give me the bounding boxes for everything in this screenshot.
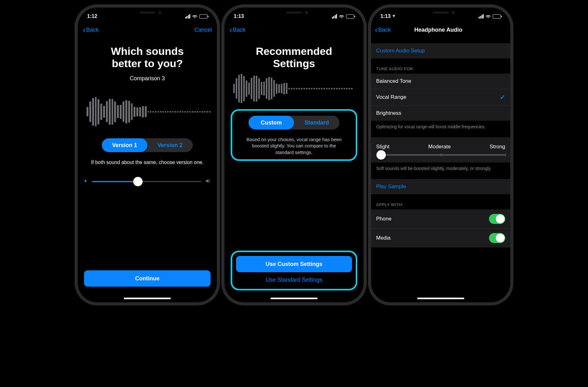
notch [408, 8, 474, 18]
standard-segment[interactable]: Standard [294, 116, 339, 130]
custom-standard-segmented-control[interactable]: Custom Standard [249, 116, 339, 130]
slider-thumb[interactable] [133, 177, 143, 186]
vocal-range-row[interactable]: Vocal Range ✓ [371, 89, 510, 106]
tune-footer: Optimizing for vocal range will boost mi… [371, 121, 510, 131]
volume-slider-row [84, 178, 211, 185]
version-segmented-control[interactable]: Version 1 Version 2 [102, 138, 193, 152]
custom-segment[interactable]: Custom [249, 116, 294, 130]
volume-low-icon [84, 179, 88, 184]
use-standard-settings-button[interactable]: Use Standard Settings [236, 272, 352, 285]
nav-bar: ‹ Back Cancel [78, 23, 217, 37]
status-time: 1:12 [87, 13, 97, 19]
balanced-tone-row[interactable]: Balanced Tone [371, 74, 510, 89]
wifi-icon [192, 14, 197, 19]
battery-icon [346, 14, 354, 19]
moderate-label: Moderate [428, 144, 451, 150]
phone-toggle[interactable] [489, 214, 505, 224]
phone-frame-2: 1:13 ‹ Back Recommended Settings [224, 8, 364, 302]
strength-footer: Soft sounds will be boosted slightly, mo… [371, 162, 510, 173]
checkmark-icon: ✓ [500, 93, 505, 101]
custom-audio-setup-row[interactable]: Custom Audio Setup [371, 43, 510, 58]
screen-1: 1:12 ‹ Back Cancel Which sounds better t… [78, 8, 217, 302]
highlight-box-top: Custom Standard Based on your choices, v… [231, 109, 357, 161]
cellular-signal-icon [479, 14, 484, 19]
screen-2: 1:13 ‹ Back Recommended Settings [224, 8, 364, 302]
wifi-icon [339, 14, 344, 19]
chevron-left-icon: ‹ [83, 26, 86, 34]
home-indicator[interactable] [124, 298, 171, 299]
status-time: 1:13 [234, 13, 244, 19]
battery-icon [493, 14, 501, 19]
waveform-graphic [84, 91, 211, 132]
wifi-icon [486, 14, 491, 19]
highlight-box-bottom: Use Custom Settings Use Standard Setting… [231, 251, 357, 290]
strong-label: Strong [490, 144, 505, 150]
slider-thumb[interactable] [376, 150, 386, 160]
phone-frame-1: 1:12 ‹ Back Cancel Which sounds better t… [78, 8, 217, 302]
screen-3: 1:13 ‹ Back Headphone Audio [371, 8, 510, 302]
back-label: Back [233, 27, 245, 33]
tune-audio-header: TUNE AUDIO FOR: [371, 58, 510, 74]
apply-media-row: Media [371, 229, 510, 247]
apply-phone-row: Phone [371, 209, 510, 229]
location-icon [392, 14, 396, 19]
strength-slider[interactable] [371, 153, 510, 162]
use-custom-settings-button[interactable]: Use Custom Settings [236, 256, 352, 272]
apply-with-header: APPLY WITH: [371, 194, 510, 209]
status-time: 1:13 [381, 13, 391, 19]
back-button[interactable]: ‹ Back [375, 26, 391, 34]
comparison-label: Comparison 3 [84, 75, 211, 82]
version-1-segment[interactable]: Version 1 [102, 138, 147, 152]
home-indicator[interactable] [270, 298, 318, 299]
back-button[interactable]: ‹ Back [83, 26, 99, 34]
cellular-signal-icon [185, 14, 191, 19]
version-2-segment[interactable]: Version 2 [147, 138, 193, 152]
page-title: Headphone Audio [391, 27, 486, 33]
waveform-graphic [231, 73, 357, 104]
hint-text: If both sound about the same, choose ver… [84, 159, 211, 166]
chevron-left-icon: ‹ [375, 26, 378, 34]
back-button[interactable]: ‹ Back [229, 26, 245, 34]
description-text: Based on your choices, vocal range has b… [236, 136, 352, 156]
slight-label: Slight [376, 144, 390, 150]
phone-frame-3: 1:13 ‹ Back Headphone Audio [371, 8, 510, 302]
continue-button[interactable]: Continue [84, 270, 211, 287]
strength-labels-row: Slight Moderate Strong [371, 137, 510, 153]
volume-high-icon [205, 178, 211, 185]
nav-bar: ‹ Back Headphone Audio [371, 23, 510, 37]
page-title: Which sounds better to you? [84, 45, 211, 70]
chevron-left-icon: ‹ [229, 26, 232, 34]
cellular-signal-icon [332, 14, 337, 19]
home-indicator[interactable] [417, 298, 464, 299]
back-label: Back [378, 27, 391, 33]
media-toggle[interactable] [489, 233, 505, 243]
notch [261, 8, 327, 18]
nav-bar: ‹ Back [224, 23, 364, 37]
page-title: Recommended Settings [231, 45, 357, 70]
back-label: Back [86, 27, 99, 33]
battery-icon [199, 14, 207, 19]
cancel-button[interactable]: Cancel [194, 27, 212, 33]
volume-slider[interactable] [92, 181, 201, 182]
notch [114, 8, 180, 18]
brightness-row[interactable]: Brightness [371, 106, 510, 121]
play-sample-row[interactable]: Play Sample [371, 179, 510, 194]
